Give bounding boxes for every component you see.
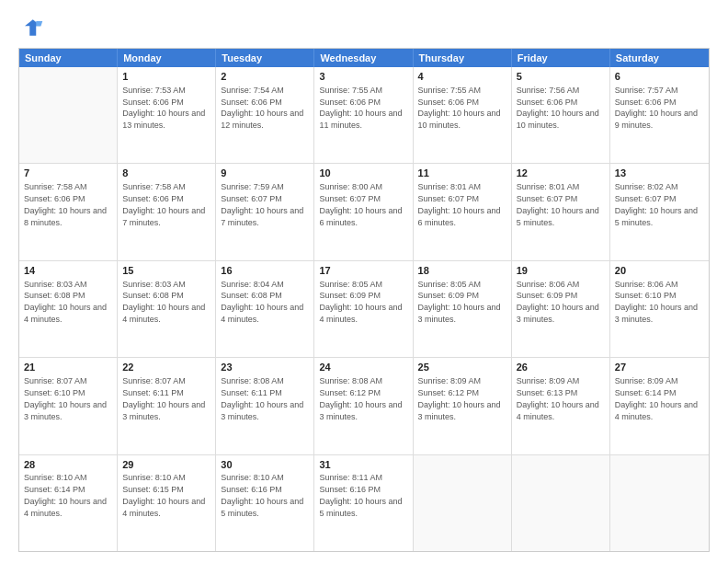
calendar-cell (414, 455, 512, 551)
sunrise-text: Sunrise: 8:07 AM (24, 376, 87, 385)
calendar-cell: 22 Sunrise: 8:07 AM Sunset: 6:11 PM Dayl… (118, 358, 216, 454)
calendar-row-5: 28 Sunrise: 8:10 AM Sunset: 6:14 PM Dayl… (19, 454, 709, 551)
sunrise-text: Sunrise: 8:03 AM (24, 280, 87, 289)
weekday-header-saturday: Saturday (610, 49, 709, 67)
sunset-text: Sunset: 6:10 PM (24, 388, 85, 397)
daylight-text: Daylight: 10 hours and 13 minutes. (122, 109, 205, 130)
sunset-text: Sunset: 6:09 PM (319, 291, 381, 300)
sunrise-text: Sunrise: 7:57 AM (615, 86, 678, 95)
sunrise-text: Sunrise: 8:04 AM (221, 280, 284, 289)
day-number: 3 (319, 70, 407, 84)
sunset-text: Sunset: 6:08 PM (221, 291, 282, 300)
sunrise-text: Sunrise: 8:10 AM (221, 473, 284, 482)
day-number: 27 (615, 361, 704, 374)
sunset-text: Sunset: 6:06 PM (517, 98, 578, 107)
day-number: 26 (517, 361, 605, 374)
sunrise-text: Sunrise: 8:05 AM (319, 280, 382, 289)
calendar-cell: 8 Sunrise: 7:58 AM Sunset: 6:06 PM Dayli… (118, 164, 216, 259)
calendar-cell: 31 Sunrise: 8:11 AM Sunset: 6:16 PM Dayl… (314, 455, 413, 551)
daylight-text: Daylight: 10 hours and 3 minutes. (517, 303, 599, 324)
calendar-cell: 3 Sunrise: 7:55 AM Sunset: 6:06 PM Dayli… (314, 67, 413, 163)
daylight-text: Daylight: 10 hours and 4 minutes. (319, 303, 402, 324)
daylight-text: Daylight: 10 hours and 5 minutes. (221, 497, 303, 518)
day-number: 18 (418, 264, 506, 278)
sunset-text: Sunset: 6:14 PM (24, 485, 85, 494)
calendar-cell: 29 Sunrise: 8:10 AM Sunset: 6:15 PM Dayl… (118, 455, 216, 551)
sunrise-text: Sunrise: 7:58 AM (24, 182, 87, 191)
daylight-text: Daylight: 10 hours and 3 minutes. (24, 400, 107, 421)
calendar-body: 1 Sunrise: 7:53 AM Sunset: 6:06 PM Dayli… (19, 67, 709, 551)
calendar-cell: 15 Sunrise: 8:03 AM Sunset: 6:08 PM Dayl… (118, 261, 216, 357)
sunset-text: Sunset: 6:07 PM (517, 194, 578, 203)
sunrise-text: Sunrise: 8:08 AM (221, 376, 284, 385)
day-number: 30 (221, 458, 309, 472)
sunset-text: Sunset: 6:09 PM (517, 291, 578, 300)
calendar-row-2: 7 Sunrise: 7:58 AM Sunset: 6:06 PM Dayli… (19, 163, 709, 259)
weekday-header-friday: Friday (512, 49, 610, 67)
day-number: 10 (319, 167, 407, 180)
calendar-cell: 30 Sunrise: 8:10 AM Sunset: 6:16 PM Dayl… (216, 455, 314, 551)
sunset-text: Sunset: 6:06 PM (418, 98, 480, 107)
day-number: 15 (122, 264, 210, 278)
calendar-cell: 12 Sunrise: 8:01 AM Sunset: 6:07 PM Dayl… (512, 164, 610, 259)
sunrise-text: Sunrise: 8:00 AM (319, 182, 382, 191)
sunset-text: Sunset: 6:12 PM (418, 388, 480, 397)
sunrise-text: Sunrise: 8:10 AM (122, 473, 186, 482)
calendar-row-3: 14 Sunrise: 8:03 AM Sunset: 6:08 PM Dayl… (19, 260, 709, 357)
calendar-cell: 5 Sunrise: 7:56 AM Sunset: 6:06 PM Dayli… (512, 67, 610, 163)
calendar-cell: 4 Sunrise: 7:55 AM Sunset: 6:06 PM Dayli… (414, 67, 512, 163)
day-number: 31 (319, 458, 407, 472)
calendar-cell: 10 Sunrise: 8:00 AM Sunset: 6:07 PM Dayl… (314, 164, 413, 259)
sunset-text: Sunset: 6:06 PM (615, 98, 677, 107)
daylight-text: Daylight: 10 hours and 5 minutes. (615, 206, 698, 227)
daylight-text: Daylight: 10 hours and 9 minutes. (615, 109, 698, 130)
logo (18, 15, 48, 40)
sunrise-text: Sunrise: 8:01 AM (418, 182, 482, 191)
daylight-text: Daylight: 10 hours and 5 minutes. (517, 206, 599, 227)
daylight-text: Daylight: 10 hours and 4 minutes. (615, 400, 698, 421)
sunrise-text: Sunrise: 8:11 AM (319, 473, 382, 482)
day-number: 5 (517, 70, 605, 84)
sunrise-text: Sunrise: 8:02 AM (615, 182, 678, 191)
day-number: 22 (122, 361, 210, 374)
calendar-cell: 25 Sunrise: 8:09 AM Sunset: 6:12 PM Dayl… (414, 358, 512, 454)
daylight-text: Daylight: 10 hours and 3 minutes. (122, 400, 205, 421)
day-number: 1 (122, 70, 210, 84)
sunset-text: Sunset: 6:11 PM (122, 388, 184, 397)
day-number: 6 (615, 70, 704, 84)
daylight-text: Daylight: 10 hours and 12 minutes. (221, 109, 303, 130)
calendar-cell (610, 455, 709, 551)
sunset-text: Sunset: 6:06 PM (24, 194, 85, 203)
calendar-cell: 14 Sunrise: 8:03 AM Sunset: 6:08 PM Dayl… (19, 261, 118, 357)
calendar-cell: 24 Sunrise: 8:08 AM Sunset: 6:12 PM Dayl… (314, 358, 413, 454)
sunrise-text: Sunrise: 8:09 AM (517, 376, 580, 385)
sunrise-text: Sunrise: 8:08 AM (319, 376, 382, 385)
day-number: 24 (319, 361, 407, 374)
day-number: 25 (418, 361, 506, 374)
sunrise-text: Sunrise: 7:53 AM (122, 86, 186, 95)
sunset-text: Sunset: 6:07 PM (319, 194, 381, 203)
calendar-cell: 11 Sunrise: 8:01 AM Sunset: 6:07 PM Dayl… (414, 164, 512, 259)
weekday-header-tuesday: Tuesday (216, 49, 314, 67)
sunset-text: Sunset: 6:07 PM (221, 194, 282, 203)
day-number: 19 (517, 264, 605, 278)
daylight-text: Daylight: 10 hours and 4 minutes. (122, 303, 205, 324)
daylight-text: Daylight: 10 hours and 6 minutes. (418, 206, 501, 227)
sunset-text: Sunset: 6:12 PM (319, 388, 381, 397)
daylight-text: Daylight: 10 hours and 3 minutes. (221, 400, 303, 421)
page: SundayMondayTuesdayWednesdayThursdayFrid… (0, 0, 728, 563)
calendar-row-4: 21 Sunrise: 8:07 AM Sunset: 6:10 PM Dayl… (19, 357, 709, 454)
weekday-header-thursday: Thursday (414, 49, 512, 67)
sunset-text: Sunset: 6:09 PM (418, 291, 480, 300)
sunset-text: Sunset: 6:07 PM (615, 194, 677, 203)
day-number: 14 (24, 264, 112, 278)
sunset-text: Sunset: 6:10 PM (615, 291, 677, 300)
daylight-text: Daylight: 10 hours and 6 minutes. (319, 206, 402, 227)
weekday-header-monday: Monday (118, 49, 216, 67)
svg-marker-1 (36, 21, 42, 26)
sunrise-text: Sunrise: 8:03 AM (122, 280, 186, 289)
calendar-cell: 21 Sunrise: 8:07 AM Sunset: 6:10 PM Dayl… (19, 358, 118, 454)
daylight-text: Daylight: 10 hours and 3 minutes. (418, 303, 501, 324)
daylight-text: Daylight: 10 hours and 4 minutes. (122, 497, 205, 518)
calendar-cell: 20 Sunrise: 8:06 AM Sunset: 6:10 PM Dayl… (610, 261, 709, 357)
